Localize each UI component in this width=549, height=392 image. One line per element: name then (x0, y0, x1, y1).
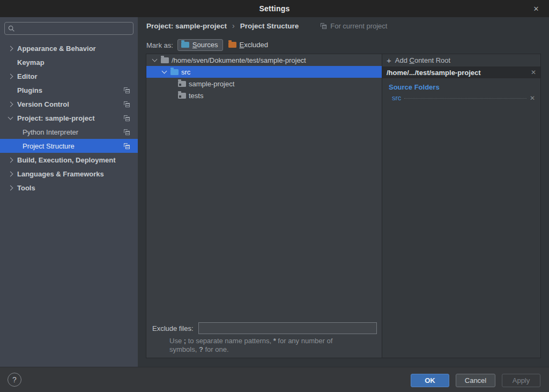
folder-icon (178, 81, 186, 87)
add-content-root-button[interactable]: + Add Content Root (382, 54, 540, 66)
project-scope-icon (123, 87, 130, 94)
sidebar-item-plugins[interactable]: Plugins (0, 83, 138, 97)
chevron-down-icon (8, 115, 13, 120)
plus-icon: + (387, 56, 391, 64)
project-scope-icon (320, 23, 327, 29)
content-root-details: + Add Content Root /home/.../test/sample… (382, 54, 540, 358)
sidebar-item-python-interpreter[interactable]: Python Interpreter (0, 125, 138, 139)
mark-as-toolbar: Mark as: Sources Excluded (146, 39, 270, 51)
ok-button[interactable]: OK (411, 374, 449, 387)
source-folder-item[interactable]: src ✕ (392, 94, 535, 102)
mark-sources-button[interactable]: Sources (177, 39, 223, 51)
sidebar-item-editor[interactable]: Editor (0, 69, 138, 83)
dotted-leader (404, 98, 526, 99)
close-icon[interactable]: ✕ (529, 0, 544, 17)
mark-as-label: Mark as: (146, 41, 173, 49)
sidebar-item-build-execution-deployment[interactable]: Build, Execution, Deployment (0, 153, 138, 167)
chevron-right-icon (8, 157, 13, 162)
cancel-button[interactable]: Cancel (456, 374, 495, 387)
search-input[interactable] (18, 24, 130, 33)
tree-row-sample-project[interactable]: sample-project (146, 78, 382, 90)
apply-button[interactable]: Apply (502, 374, 540, 387)
sidebar-item-appearance-behavior[interactable]: Appearance & Behavior (0, 41, 138, 55)
project-scope-icon (123, 129, 130, 136)
excluded-folder-icon (228, 42, 236, 48)
folder-icon (161, 57, 169, 63)
dialog-footer: ? OK Cancel Apply (0, 367, 549, 392)
chevron-down-icon[interactable] (152, 57, 157, 62)
exclude-files-row: Exclude files: (146, 322, 382, 334)
footer-buttons: OK Cancel Apply (411, 374, 540, 387)
settings-dialog: { "colors": { "selection_blue": "#2f66d0… (0, 0, 549, 392)
content-root-tree: /home/sven/Dokumente/test/sample-project… (146, 54, 382, 358)
chevron-right-icon (8, 171, 13, 176)
chevron-right-icon (8, 46, 13, 51)
mark-excluded-button[interactable]: Excluded (227, 40, 270, 50)
sources-folder-icon (181, 42, 189, 48)
sidebar-item-version-control[interactable]: Version Control (0, 97, 138, 111)
remove-content-root-icon[interactable]: ✕ (531, 69, 536, 76)
chevron-right-icon (8, 101, 13, 107)
settings-sidebar: Appearance & Behavior Keymap Editor Plug… (0, 17, 138, 367)
breadcrumb-project[interactable]: Project: sample-project (146, 22, 227, 30)
source-folder-icon (170, 69, 179, 75)
tree-row-tests[interactable]: tests (146, 90, 382, 101)
help-button[interactable]: ? (8, 373, 21, 387)
folder-icon (178, 93, 186, 99)
exclude-files-label: Exclude files: (152, 324, 194, 332)
exclude-files-hint: Use ; to separate name patterns, * for a… (169, 337, 356, 354)
sidebar-item-tools[interactable]: Tools (0, 181, 138, 195)
chevron-down-icon[interactable] (161, 69, 167, 74)
sidebar-item-languages-frameworks[interactable]: Languages & Frameworks (0, 167, 138, 181)
remove-source-folder-icon[interactable]: ✕ (530, 94, 535, 102)
project-scope-icon (123, 115, 130, 122)
sidebar-item-keymap[interactable]: Keymap (0, 55, 138, 69)
sidebar-item-project-structure[interactable]: Project Structure (0, 139, 138, 153)
sidebar-item-project[interactable]: Project: sample-project (0, 111, 138, 125)
search-box[interactable] (4, 22, 133, 35)
project-scope-icon (123, 101, 130, 108)
tree-row-src[interactable]: src (146, 66, 382, 78)
search-icon (8, 25, 15, 32)
dialog-title: Settings (259, 4, 290, 13)
breadcrumb: Project: sample-project › Project Struct… (146, 21, 387, 30)
chevron-right-icon (8, 185, 13, 190)
content-root-item[interactable]: /home/.../test/sample-project ✕ (382, 66, 540, 78)
tree-row-root[interactable]: /home/sven/Dokumente/test/sample-project (146, 54, 382, 66)
project-structure-panel: /home/sven/Dokumente/test/sample-project… (146, 54, 541, 358)
titlebar: Settings ✕ (0, 0, 549, 17)
scope-note: For current project (320, 22, 387, 30)
breadcrumb-separator: › (232, 21, 235, 30)
exclude-files-input[interactable] (198, 322, 377, 334)
settings-content: Project: sample-project › Project Struct… (138, 17, 549, 367)
source-folders-title: Source Folders (389, 83, 540, 91)
chevron-right-icon (8, 73, 13, 79)
breadcrumb-project-structure[interactable]: Project Structure (240, 22, 299, 30)
project-scope-icon (123, 143, 130, 150)
